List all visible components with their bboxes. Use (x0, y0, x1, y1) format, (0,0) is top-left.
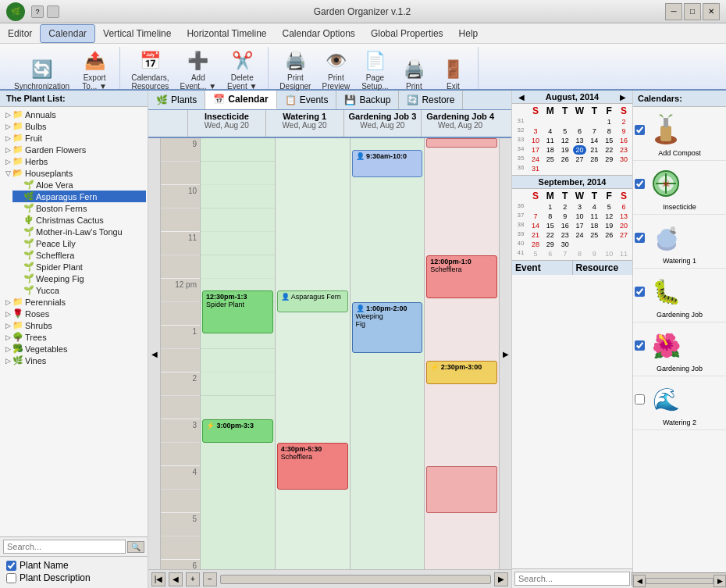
cal-next-button[interactable]: ▶ (494, 572, 508, 586)
aug-day-22[interactable]: 22 (602, 145, 616, 155)
plant-description-checkbox[interactable]: Plant Description (6, 572, 141, 583)
calendar-check-add-compost[interactable] (635, 125, 645, 135)
tree-item-asparagus-fern[interactable]: 🌿 Asparagus Fern (12, 191, 146, 202)
event-weeping-fig[interactable]: 👤 1:00pm-2:00 WeepingFig (352, 302, 423, 353)
tree-expander-houseplants[interactable]: ▽ (3, 169, 12, 178)
tab-plants[interactable]: 🌿 Plants (148, 91, 205, 109)
tree-item-shrubs[interactable]: ▷ 📁 Shrubs (2, 319, 146, 331)
plant-description-check[interactable] (6, 573, 16, 583)
aug-day-21[interactable]: 21 (587, 145, 601, 155)
cal-nav-right[interactable]: ▶ (499, 138, 511, 569)
cal-remove-button[interactable]: − (203, 572, 217, 586)
aug-day-13[interactable]: 13 (573, 136, 587, 145)
cal-scroll-left[interactable]: ◀ (633, 575, 646, 587)
tree-expander-shrubs[interactable]: ▷ (3, 321, 12, 330)
aug-day-16[interactable]: 16 (617, 136, 631, 145)
aug-day-2[interactable]: 2 (617, 117, 631, 127)
aug-day-14[interactable]: 14 (587, 136, 601, 145)
aug-day-11[interactable]: 11 (543, 136, 557, 145)
tab-backup[interactable]: 💾 Backup (336, 91, 399, 109)
tree-expander-fruit[interactable]: ▷ (3, 134, 12, 143)
tree-item-houseplants[interactable]: ▽ 📂 Houseplants (2, 167, 146, 179)
aug-day-31[interactable]: 31 (528, 164, 543, 173)
cal-nav-left[interactable]: ◀ (148, 138, 161, 569)
tree-item-boston-ferns[interactable]: 🌱 Boston Ferns (12, 202, 146, 214)
sep-day-4[interactable]: 4 (587, 202, 601, 212)
aug-day-5[interactable]: 5 (558, 127, 572, 136)
tree-item-annuals[interactable]: ▷ 📁 Annuals (2, 109, 146, 120)
aug-day-23[interactable]: 23 (617, 145, 631, 155)
exit-button[interactable]: 🚪 Exit (434, 55, 472, 92)
menu-help[interactable]: Help (451, 25, 486, 42)
tab-events[interactable]: 📋 Events (277, 91, 337, 109)
calendar-check-watering1[interactable] (635, 233, 645, 243)
event-asparagus-fern[interactable]: 👤 Asparagus Fern (277, 290, 348, 312)
right-search-input[interactable] (514, 572, 630, 586)
menu-editor[interactable]: Editor (0, 25, 40, 42)
menu-global-properties[interactable]: Global Properties (363, 25, 451, 42)
aug-day-19[interactable]: 19 (558, 145, 572, 155)
cal-first-button[interactable]: |◀ (151, 572, 165, 586)
aug-day-30[interactable]: 30 (617, 155, 631, 164)
event-insecticide-3pm[interactable]: ⚡ 3:00pm-3:3 (202, 419, 273, 443)
tree-item-vines[interactable]: ▷ 🌿 Vines (2, 355, 146, 366)
menu-horizontal-timeline[interactable]: Horizontal Timeline (179, 25, 274, 42)
tree-item-bulbs[interactable]: ▷ 📁 Bulbs (2, 120, 146, 132)
minimize-button[interactable]: ─ (665, 3, 682, 20)
cal-scroll-track[interactable] (646, 578, 714, 584)
sync-button[interactable]: 🔄 Synchronization (9, 55, 74, 92)
tree-expander-trees[interactable]: ▷ (3, 333, 12, 342)
tree-item-aloe-vera[interactable]: 🌱 Aloe Vera (12, 179, 146, 191)
tree-expander-vegetables[interactable]: ▷ (3, 344, 12, 354)
mini-cal-next[interactable]: ▶ (617, 93, 629, 102)
tree-expander-annuals[interactable]: ▷ (3, 110, 12, 119)
tree-item-trees[interactable]: ▷ 🌳 Trees (2, 331, 146, 343)
menu-calendar[interactable]: Calendar (40, 24, 95, 43)
tree-expander-garden-flowers[interactable]: ▷ (3, 145, 12, 155)
aug-day-15[interactable]: 15 (602, 136, 616, 145)
tree-item-perennials[interactable]: ▷ 📁 Perennials (2, 296, 146, 308)
event-job4-schefflera[interactable]: 12:00pm-1:0 Schefflera (426, 255, 497, 298)
aug-day-27[interactable]: 27 (573, 155, 587, 164)
aug-day-28[interactable]: 28 (587, 155, 601, 164)
tree-item-schefflera[interactable]: 🌱 Schefflera (12, 249, 146, 261)
aug-day-9[interactable]: 9 (617, 127, 631, 136)
tree-expander-vines[interactable]: ▷ (3, 356, 12, 365)
plant-name-checkbox[interactable]: Plant Name (6, 560, 141, 571)
maximize-button[interactable]: □ (684, 3, 701, 20)
aug-day-8[interactable]: 8 (602, 127, 616, 136)
delete-event-button[interactable]: ✂️ DeleteEvent ▼ (222, 47, 262, 92)
cal-scroll-area[interactable]: 9 10 11 12 pm 1 2 3 4 (161, 138, 499, 569)
aug-day-29[interactable]: 29 (602, 155, 616, 164)
calendar-check-gj1[interactable] (635, 287, 645, 297)
tree-item-roses[interactable]: ▷ 🌹 Roses (2, 308, 146, 319)
tree-item-garden-flowers[interactable]: ▷ 📁 Garden Flowers (2, 144, 146, 155)
tree-item-spider-plant[interactable]: 🌱 Spider Plant (12, 261, 146, 273)
cal-prev-button[interactable]: ◀ (169, 572, 183, 586)
tree-item-yucca[interactable]: 🌱 Yucca (12, 284, 146, 296)
aug-day-3[interactable]: 3 (528, 127, 543, 136)
left-search-input[interactable] (3, 540, 126, 554)
sep-day-6[interactable]: 6 (617, 202, 631, 212)
aug-day-4[interactable]: 4 (543, 127, 557, 136)
tab-calendar[interactable]: 📅 Calendar (205, 91, 276, 109)
sep-day-2[interactable]: 2 (558, 202, 572, 212)
sep-day-1[interactable]: 1 (543, 202, 557, 212)
tree-item-peace-lily[interactable]: 🌱 Peace Lily (12, 237, 146, 249)
print-preview-button[interactable]: 👁️ PrintPreview (317, 47, 354, 92)
tree-item-fruit[interactable]: ▷ 📁 Fruit (2, 132, 146, 144)
event-watering-schefflera[interactable]: 4:30pm-5:30 Schefflera (277, 443, 348, 490)
sep-day-5[interactable]: 5 (602, 202, 616, 212)
cal-add-button[interactable]: + (186, 572, 200, 586)
sep-day-3[interactable]: 3 (573, 202, 587, 212)
print-designer-button[interactable]: 🖨️ PrintDesigner (275, 47, 315, 92)
aug-day-18[interactable]: 18 (543, 145, 557, 155)
aug-day-24[interactable]: 24 (528, 155, 543, 164)
print-button[interactable]: 🖨️ Print (395, 55, 432, 92)
calendar-check-gj2[interactable] (635, 340, 645, 351)
tree-item-christmas-cactus[interactable]: 🌵 Christmas Cactus (12, 214, 146, 226)
aug-day-17[interactable]: 17 (528, 145, 543, 155)
menu-vertical-timeline[interactable]: Vertical Timeline (95, 25, 179, 42)
cal-scroll-right[interactable]: ▶ (714, 575, 726, 587)
aug-day-20-today[interactable]: 20 (573, 145, 587, 155)
